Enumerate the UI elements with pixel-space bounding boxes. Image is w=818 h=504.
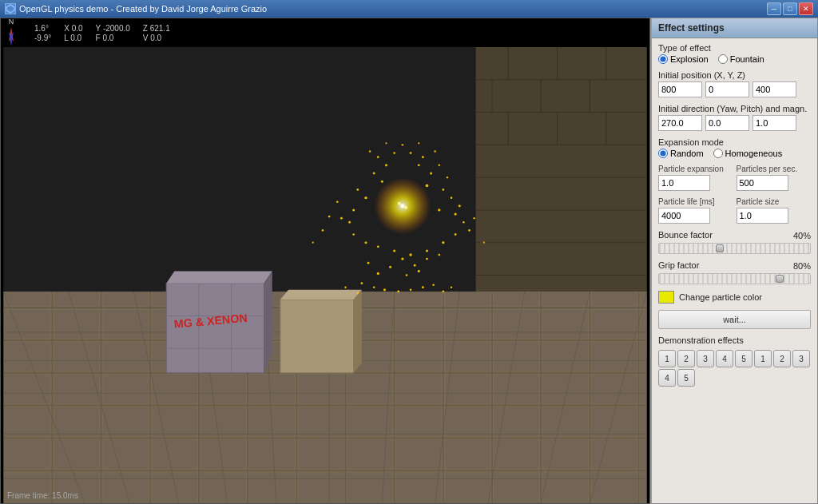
effect-panel: Effect settings Type of effect Explosion…: [650, 18, 818, 504]
svg-point-68: [443, 189, 445, 191]
svg-point-101: [426, 258, 428, 260]
grip-factor-section: Grip factor 80%: [658, 260, 811, 284]
demo-btn-4a[interactable]: 4: [716, 350, 733, 367]
grip-factor-track[interactable]: [658, 273, 811, 284]
svg-point-61: [404, 206, 407, 209]
svg-point-73: [410, 152, 412, 154]
fountain-radio-item[interactable]: Fountain: [718, 54, 764, 64]
demo-btn-2a[interactable]: 2: [677, 350, 695, 367]
hud-f-label: F 0.0: [96, 34, 130, 42]
dir-magn-input[interactable]: [752, 115, 796, 131]
svg-marker-57: [354, 290, 362, 373]
particle-life-input[interactable]: [658, 208, 710, 224]
change-color-label: Change particle color: [679, 292, 762, 302]
svg-point-74: [430, 173, 432, 175]
svg-point-85: [463, 221, 465, 224]
svg-point-123: [344, 287, 346, 288]
svg-point-86: [455, 233, 457, 236]
svg-point-105: [468, 229, 471, 232]
svg-point-65: [364, 196, 367, 199]
svg-point-64: [438, 208, 440, 211]
pos-y-input[interactable]: [705, 81, 749, 97]
demo-btn-5a[interactable]: 5: [735, 350, 752, 367]
app-icon: [5, 3, 16, 14]
homogeneous-radio-item[interactable]: Homogeneous: [713, 149, 783, 158]
svg-point-80: [373, 173, 375, 175]
dir-pitch-input[interactable]: [705, 115, 749, 131]
compass-n-label: N: [9, 18, 14, 26]
svg-marker-56: [280, 290, 362, 300]
demo-btn-3a[interactable]: 3: [697, 350, 714, 367]
svg-point-89: [409, 253, 411, 256]
color-swatch[interactable]: [658, 291, 674, 304]
window-title: OpenGL physics demo - Created by David J…: [19, 4, 764, 14]
minimize-button[interactable]: ─: [767, 2, 781, 15]
svg-point-75: [451, 196, 453, 199]
hud-v-label: V 0.0: [143, 34, 170, 42]
main-layout: N 1.6° -9.9° X 0.0 L 0.0 Y -2000.0 F 0.0…: [0, 18, 818, 504]
svg-point-108: [483, 242, 485, 244]
svg-point-102: [438, 254, 440, 256]
explosion-radio[interactable]: [658, 54, 668, 64]
initial-direction-label: Initial direction (Yaw, Pitch) and magn.: [658, 104, 811, 113]
bounce-factor-track[interactable]: [658, 243, 811, 254]
particle-size-input[interactable]: [737, 208, 788, 224]
grip-factor-thumb[interactable]: [776, 275, 784, 283]
wait-button[interactable]: wait...: [658, 310, 811, 329]
svg-point-92: [364, 241, 367, 244]
svg-point-96: [414, 264, 416, 267]
svg-rect-4: [3, 47, 508, 300]
svg-point-97: [377, 272, 379, 275]
svg-marker-0: [6, 5, 14, 13]
initial-position-section: Initial position (X, Y, Z): [658, 70, 811, 97]
particles-per-sec-input[interactable]: [737, 175, 788, 191]
homogeneous-radio[interactable]: [713, 149, 723, 158]
demo-btn-2b[interactable]: 2: [773, 350, 791, 367]
svg-point-91: [377, 245, 379, 248]
svg-point-122: [443, 291, 445, 293]
demo-btn-3b[interactable]: 3: [792, 350, 810, 367]
pos-z-input[interactable]: [752, 81, 796, 97]
svg-point-111: [418, 142, 419, 144]
hud-bar: N 1.6° -9.9° X 0.0 L 0.0 Y -2000.0 F 0.0…: [1, 18, 649, 47]
svg-point-90: [393, 249, 395, 252]
explosion-label: Explosion: [670, 54, 709, 64]
pos-x-input[interactable]: [658, 81, 702, 97]
random-radio[interactable]: [658, 149, 668, 158]
scene-canvas[interactable]: MG & XENON: [1, 47, 649, 503]
fountain-radio[interactable]: [718, 54, 728, 64]
direction-inputs: [658, 115, 811, 131]
random-radio-item[interactable]: Random: [658, 149, 704, 158]
bounce-factor-header: Bounce factor 40%: [658, 230, 811, 241]
particle-size-label: Particle size: [737, 197, 812, 206]
explosion-radio-item[interactable]: Explosion: [658, 54, 709, 64]
svg-point-83: [439, 165, 440, 166]
particles-per-sec-group: Particles per sec.: [737, 165, 812, 191]
panel-content: Type of effect Explosion Fountain Initia…: [652, 38, 817, 391]
demo-btn-1b[interactable]: 1: [754, 350, 772, 367]
hud-angles: 1.6° -9.9°: [34, 24, 51, 42]
svg-point-94: [401, 257, 403, 260]
svg-point-118: [410, 289, 412, 292]
particle-expansion-input[interactable]: [658, 175, 710, 191]
svg-point-98: [406, 274, 408, 276]
svg-point-112: [369, 150, 371, 152]
maximize-button[interactable]: □: [783, 2, 797, 15]
close-button[interactable]: ✕: [799, 2, 813, 15]
svg-point-66: [418, 164, 420, 166]
particle-expansion-group: Particle expansion: [658, 165, 733, 191]
dir-yaw-input[interactable]: [658, 115, 702, 131]
color-row: Change particle color: [658, 291, 811, 304]
svg-point-107: [312, 242, 314, 244]
demo-btn-1a[interactable]: 1: [658, 350, 676, 367]
particle-size-group: Particle size: [737, 197, 812, 224]
demo-btn-5b[interactable]: 5: [677, 369, 695, 387]
panel-title: Effect settings: [652, 18, 817, 38]
initial-position-label: Initial position (X, Y, Z): [658, 70, 811, 80]
initial-direction-section: Initial direction (Yaw, Pitch) and magn.: [658, 104, 811, 131]
expansion-mode-section: Expansion mode Random Homogeneous: [658, 137, 811, 158]
bounce-factor-section: Bounce factor 40%: [658, 230, 811, 254]
demo-btn-4b[interactable]: 4: [658, 369, 676, 387]
title-bar: OpenGL physics demo - Created by David J…: [0, 0, 818, 18]
bounce-factor-thumb[interactable]: [716, 244, 724, 252]
